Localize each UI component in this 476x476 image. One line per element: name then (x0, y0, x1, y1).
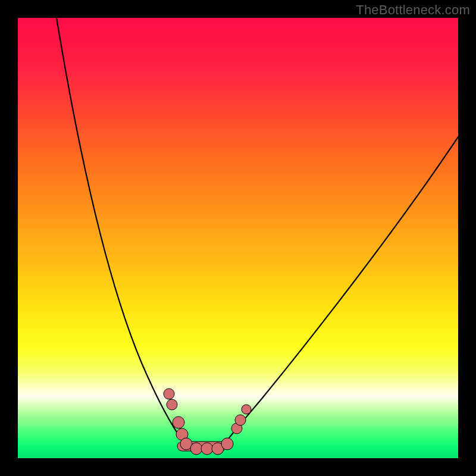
trough-marker-dot (221, 438, 233, 450)
chart-stage: TheBottleneck.com (0, 0, 476, 476)
watermark-text: TheBottleneck.com (356, 2, 470, 18)
plot-area (18, 18, 458, 458)
trough-marker-dot (167, 399, 177, 410)
trough-marker-dot (190, 443, 202, 455)
trough-marker-dot (242, 405, 251, 414)
trough-marker-group (164, 389, 251, 455)
trough-marker-dot (173, 416, 184, 428)
bottleneck-curve-right (224, 137, 458, 445)
trough-marker-dot (201, 443, 213, 455)
curve-layer (18, 18, 458, 458)
trough-marker-dot (164, 389, 174, 399)
bottleneck-curve-left (57, 18, 186, 445)
trough-marker-dot (235, 415, 246, 425)
